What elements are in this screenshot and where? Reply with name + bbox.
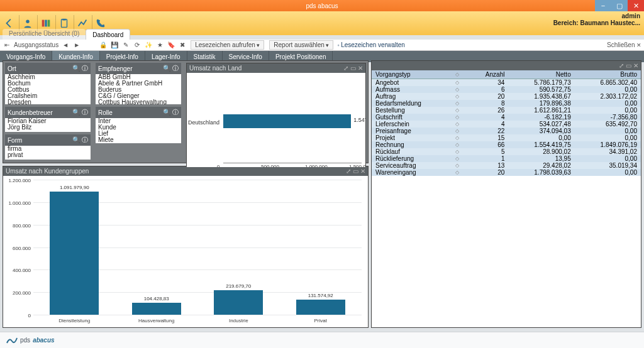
- toolbar: ⇤ Ausgangsstatus ◄ ► 🔒 💾 ✎ ⟳ ✨ ★ 🔖 ✖ Les…: [0, 40, 644, 51]
- table-row[interactable]: Bestellung◇261.612.861,210,00: [372, 107, 641, 114]
- tab-dashboard[interactable]: Dashboard: [86, 29, 130, 40]
- filter-empf-title: Empfaenger: [98, 65, 132, 72]
- filter-rolle-title: Rolle: [98, 109, 113, 116]
- panel-umsatz-kundengruppen-title: Umsatz nach Kundengruppen: [6, 168, 89, 175]
- scope-label: Bereich: Baumann Haustec...: [553, 19, 640, 26]
- star-icon[interactable]: ★: [155, 41, 164, 50]
- window-titlebar: pds abacus − ▢ ✕: [0, 0, 644, 11]
- th-anzahl[interactable]: Anzahl: [469, 70, 509, 79]
- close-button[interactable]: ✕: [628, 0, 644, 11]
- table-row[interactable]: Preisanfrage◇22374.094,030,00: [372, 128, 641, 134]
- search-icon[interactable]: 🔍 ⓘ: [72, 64, 88, 73]
- filter-ort-title: Ort: [8, 65, 16, 72]
- filter-rolle-list[interactable]: InterKundeLiefMiete: [96, 118, 181, 143]
- th-vorgangstyp[interactable]: Vorgangstyp: [372, 70, 452, 79]
- filter-empfaenger: Empfaenger🔍 ⓘ ABB GmbHAbele & Partner Gm…: [96, 63, 181, 104]
- panel-tools[interactable]: ⤢ ▭ ✕: [346, 168, 365, 175]
- chart-umsatz-land: Deutschland 1.547.663,35 0500.0001.000.0…: [187, 73, 365, 167]
- table-row[interactable]: Bedarfsmeldung◇8179.896,380,00: [372, 100, 641, 107]
- table-row[interactable]: Lieferschein◇4534.027,48635.492,70: [372, 121, 641, 128]
- btn-lesezeichen-aufrufen[interactable]: Lesezeichen aufrufen ▾: [191, 40, 264, 50]
- window-title: pds abacus: [306, 3, 338, 9]
- hchart-value: 1.547.663,35: [353, 117, 365, 123]
- table-row[interactable]: Angebot◇345.786.179,736.865.302,40: [372, 79, 641, 87]
- tab-personal-overview[interactable]: Persönliche Übersicht (0): [3, 29, 86, 40]
- edit-icon[interactable]: ✎: [121, 41, 130, 50]
- vorgangstyp-table[interactable]: Vorgangstyp ◇ Anzahl Netto Brutto Angebo…: [372, 70, 641, 176]
- table-row[interactable]: Wareneingang◇201.798.039,630,00: [372, 169, 641, 176]
- chart-icon[interactable]: [75, 16, 89, 30]
- clipboard-icon[interactable]: [57, 16, 71, 30]
- minimize-button[interactable]: −: [595, 0, 611, 11]
- btn-report-auswaehlen[interactable]: Report auswählen ▾: [269, 40, 333, 50]
- table-row[interactable]: Serviceauftrag◇1329.428,0235.019,34: [372, 162, 641, 169]
- search-icon[interactable]: 🔍 ⓘ: [72, 136, 88, 144]
- user-icon[interactable]: [21, 16, 35, 30]
- search-icon[interactable]: 🔍 ⓘ: [163, 64, 179, 73]
- panel-tools[interactable]: ⤢ ▭ ✕: [343, 65, 363, 72]
- books-icon[interactable]: [39, 16, 53, 30]
- panel-vorgangstyp-table: ⤢ ▭ ✕ Vorgangstyp ◇ Anzahl Netto Brutto …: [371, 60, 641, 328]
- svg-rect-2: [45, 20, 47, 27]
- wand-icon[interactable]: ✨: [144, 41, 153, 50]
- filters-and-land-panel: Ort🔍 ⓘ AschheimBochumCottbusCrailsheimDr…: [3, 60, 369, 163]
- filter-form-list[interactable]: firmaprivat: [5, 146, 91, 160]
- table-row[interactable]: Rücklauf◇528.900,0234.391,02: [372, 148, 641, 155]
- table-row[interactable]: Rechnung◇661.554.419,751.849.076,19: [372, 141, 641, 148]
- svg-point-0: [26, 20, 29, 23]
- table-row[interactable]: Projekt◇150,000,00: [372, 134, 641, 141]
- col-right: ⤢ ▭ ✕ Vorgangstyp ◇ Anzahl Netto Brutto …: [371, 60, 641, 328]
- filter-form: Form🔍 ⓘ firmaprivat: [5, 134, 91, 160]
- window-controls: − ▢ ✕: [595, 0, 644, 11]
- toolbar-ausgang-label[interactable]: Ausgangsstatus: [14, 41, 58, 48]
- search-icon[interactable]: 🔍 ⓘ: [163, 108, 179, 117]
- svg-rect-4: [62, 19, 67, 28]
- th-netto[interactable]: Netto: [508, 70, 574, 79]
- table-row[interactable]: Rücklieferung◇113,950,00: [372, 155, 641, 162]
- lock-icon[interactable]: 🔒: [99, 41, 108, 50]
- link-lesezeichen-verwalten[interactable]: ◦ Lesezeichen verwalten: [337, 41, 404, 48]
- filter-empf-list[interactable]: ABB GmbHAbele & Partner GmbHBuderusC&G /…: [96, 74, 181, 104]
- prev-icon[interactable]: ◄: [61, 41, 70, 50]
- hchart-xaxis: 0500.0001.000.0001.500.000: [223, 163, 362, 163]
- ribbon-right-text: admin Bereich: Baumann Haustec...: [553, 13, 640, 26]
- filter-form-title: Form: [8, 137, 22, 144]
- filter-rolle: Rolle🔍 ⓘ InterKundeLiefMiete: [96, 107, 181, 143]
- footer: pds abacus: [0, 332, 644, 348]
- svg-rect-1: [42, 20, 45, 27]
- col-left: Ort🔍 ⓘ AschheimBochumCottbusCrailsheimDr…: [3, 60, 369, 328]
- hchart-bar: [223, 114, 351, 128]
- svg-rect-3: [48, 20, 50, 27]
- footer-logo: pds abacus: [6, 336, 55, 345]
- search-icon[interactable]: 🔍 ⓘ: [72, 108, 88, 117]
- filter-kundenbetreuer-title: Kundenbetreuer: [8, 109, 53, 116]
- back-icon[interactable]: [3, 16, 16, 30]
- expand-icon[interactable]: ⇤: [3, 41, 11, 50]
- content: Ort🔍 ⓘ AschheimBochumCottbusCrailsheimDr…: [0, 58, 644, 330]
- filter-kundenbetreuer: Kundenbetreuer🔍 ⓘ Florian KaiserJörg Bil…: [5, 107, 91, 132]
- hchart-category: Deutschland: [188, 119, 219, 126]
- table-row[interactable]: Gutschrift◇4-6.182,19-7.356,80: [372, 114, 641, 121]
- save-icon[interactable]: 💾: [110, 41, 119, 50]
- filter-kundenbetreuer-list[interactable]: Florian KaiserJörg Bilz: [5, 118, 91, 132]
- table-row[interactable]: Aufmass◇6590.572,750,00: [372, 86, 641, 93]
- bookmark-icon[interactable]: 🔖: [167, 41, 175, 50]
- panel-tools[interactable]: ⤢ ▭ ✕: [619, 62, 638, 69]
- user-label: admin: [622, 13, 640, 19]
- th-brutto[interactable]: Brutto: [575, 70, 641, 79]
- maximize-button[interactable]: ▢: [611, 0, 628, 11]
- table-row[interactable]: Auftrag◇201.935.438,672.303.172,02: [372, 93, 641, 100]
- svg-rect-5: [62, 19, 65, 21]
- refresh-icon[interactable]: ⟳: [133, 41, 142, 50]
- chart-umsatz-kundengruppen: 0200.000400.000600.000800.0001.000.0001.…: [3, 176, 368, 327]
- panel-umsatz-land-title: Umsatz nach Land: [189, 65, 242, 72]
- filter-ort-list[interactable]: AschheimBochumCottbusCrailsheimDresdenDü…: [5, 74, 91, 104]
- panel-umsatz-kundengruppen: Umsatz nach Kundengruppen⤢ ▭ ✕ 0200.0004…: [3, 166, 369, 328]
- delete-icon[interactable]: ✖: [178, 41, 187, 50]
- panel-umsatz-land: Umsatz nach Land⤢ ▭ ✕ Deutschland 1.547.…: [186, 63, 366, 168]
- filter-ort: Ort🔍 ⓘ AschheimBochumCottbusCrailsheimDr…: [5, 63, 91, 104]
- next-icon[interactable]: ►: [72, 41, 81, 50]
- phone-icon[interactable]: [94, 16, 108, 30]
- main-tabs: Persönliche Übersicht (0) Dashboard: [3, 29, 644, 40]
- toolbar-close[interactable]: Schließen ✕: [607, 41, 641, 48]
